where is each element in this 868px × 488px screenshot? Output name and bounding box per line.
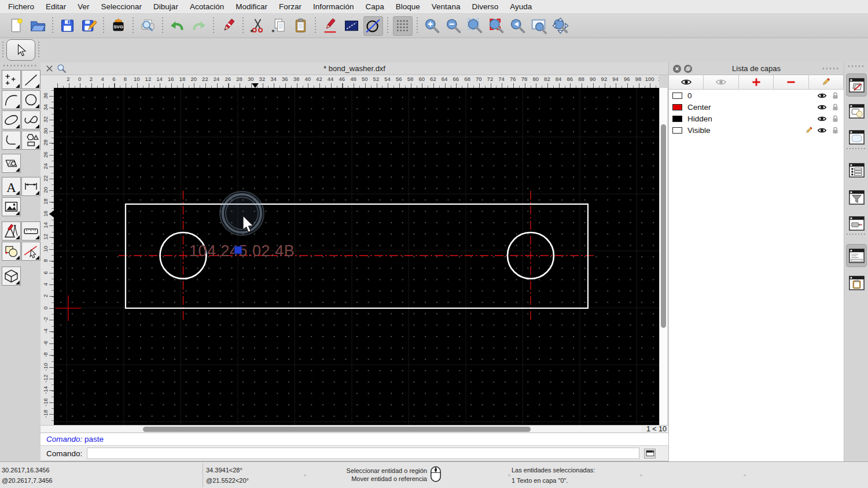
polyline-tool-button[interactable] [2,131,21,150]
left-click-hint: Seleccionar entidad o región [289,467,427,475]
zoom-out-button[interactable] [444,16,464,36]
dock-entity-list-button[interactable] [846,158,867,182]
menu-acotacion[interactable]: Acotación [184,0,230,14]
grid-button[interactable] [393,16,413,36]
hide-all-layers-button[interactable] [704,75,738,89]
dock-clipboard-panel-button[interactable] [846,271,867,294]
draft-mode-button[interactable] [363,16,383,36]
toolbar-grip[interactable] [38,42,39,59]
layer-row-0[interactable]: 0 [669,90,844,101]
polygon-tool-button[interactable] [21,131,41,150]
copy-button[interactable]: + [270,16,289,36]
remove-layer-button[interactable] [774,75,808,89]
line-tool-button[interactable] [21,70,41,89]
menu-bar: FicheroEditarVerSeleccionarDibujarAcotac… [0,0,868,14]
solid-tool-button[interactable] [2,267,21,286]
menu-informacion[interactable]: Información [307,0,360,14]
menu-bloque[interactable]: Bloque [390,0,426,14]
menu-forzar[interactable]: Forzar [273,0,307,14]
points-tool-button[interactable] [2,70,21,89]
layer-lock-icon[interactable] [830,114,840,124]
measure-tool-button[interactable] [21,221,41,241]
current-layer-pencil-icon[interactable] [804,125,814,135]
new-button[interactable] [7,16,27,36]
menu-capa[interactable]: Capa [360,0,390,14]
zoom-current-button[interactable] [487,16,506,36]
dock-layer-list-button[interactable] [846,73,867,97]
menu-modificar[interactable]: Modificar [230,0,273,14]
close-document-icon[interactable] [45,64,54,73]
command-input[interactable] [87,448,639,459]
add-layer-button[interactable] [739,75,774,89]
select-tool-button[interactable] [6,39,35,61]
dock-pen-palette-button[interactable] [846,212,867,235]
text-tool-button[interactable]: A [2,177,21,196]
pen-button[interactable] [321,16,340,36]
dimension-tool-button[interactable] [21,177,41,196]
svg-export-button[interactable]: SVG [109,16,128,36]
vertical-scrollbar[interactable] [659,88,667,425]
layer-lock-icon[interactable] [830,91,840,101]
menu-dibujar[interactable]: Dibujar [148,0,184,14]
select-entity-tool-button[interactable] [21,242,41,261]
redo-button[interactable] [189,16,209,36]
layer-visibility-eye-icon[interactable] [817,114,827,124]
open-button[interactable] [28,16,48,36]
menu-ventana[interactable]: Ventana [426,0,466,14]
layer-row-hidden[interactable]: Hidden [669,113,844,124]
menu-ver[interactable]: Ver [72,0,95,14]
show-all-layers-button[interactable] [669,75,704,89]
menu-ayuda[interactable]: Ayuda [504,0,538,14]
menu-fichero[interactable]: Fichero [2,0,40,14]
image-tool-button[interactable] [2,197,21,216]
dock-grip[interactable] [848,65,865,67]
menu-seleccionar[interactable]: Seleccionar [95,0,148,14]
zoom-window-button[interactable] [529,16,549,36]
save-as-button[interactable] [79,16,99,36]
circle-tool-button[interactable] [21,90,41,109]
dock-command-widget-button[interactable] [846,244,867,267]
modify-tool-button[interactable] [2,221,21,241]
paste-button[interactable] [291,16,311,36]
ellipse-tool-button[interactable] [2,110,21,130]
print-preview-button[interactable] [138,16,158,36]
selection-handle[interactable] [234,246,242,254]
modify-layer-button[interactable] [809,75,844,89]
delete-selected-button[interactable] [219,16,238,36]
toolbar-separator [417,17,418,35]
horizontal-scroll-thumb[interactable] [143,427,531,432]
drawing-canvas[interactable]: 104.245.02.4B [54,88,659,425]
arc-tool-button[interactable] [2,90,21,109]
ruler-label: 14 [42,221,49,230]
layer-visibility-eye-icon[interactable] [817,125,827,135]
menu-editar[interactable]: Editar [40,0,72,14]
zoom-pan-button[interactable] [551,16,571,36]
toolbar-grip[interactable] [2,42,3,59]
vertical-scroll-thumb[interactable] [661,124,666,328]
horizontal-scrollbar[interactable] [41,425,641,432]
menu-diverso[interactable]: Diverso [466,0,504,14]
layer-row-visible[interactable]: Visible [669,124,844,136]
cut-button[interactable]: + [248,16,268,36]
spline-tool-button[interactable] [21,110,41,130]
save-button[interactable] [58,16,78,36]
order-tool-button[interactable] [2,242,21,261]
layer-visibility-eye-icon[interactable] [817,102,827,112]
detach-command-button[interactable] [644,449,656,459]
zoom-current-icon [488,17,505,34]
undo-button[interactable] [168,16,187,36]
dock-entity-filter-button[interactable] [846,186,867,209]
zoom-auto-button[interactable] [465,16,485,36]
dock-library-browser-button[interactable] [846,125,867,149]
hatch-tool-button[interactable] [2,154,21,173]
layer-lock-icon[interactable] [830,125,840,135]
panel-grip[interactable] [823,68,840,69]
layer-lock-icon[interactable] [830,102,840,112]
palette-grip[interactable] [3,65,37,66]
layer-visibility-eye-icon[interactable] [817,91,827,101]
explode-button[interactable] [342,16,362,36]
zoom-in-button[interactable] [422,16,442,36]
layer-row-center[interactable]: Center [669,101,844,113]
dock-block-list-button[interactable] [846,99,867,123]
zoom-previous-button[interactable] [508,16,528,36]
